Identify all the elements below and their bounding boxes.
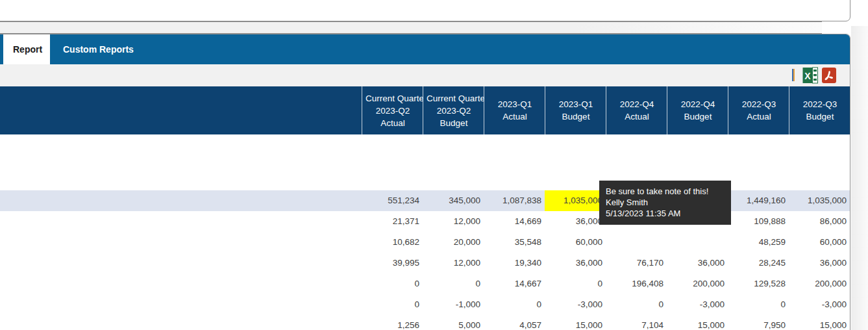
grid-header-cell: 2022-Q3Budget xyxy=(789,86,850,134)
table-cell[interactable]: 551,234 xyxy=(362,190,423,211)
grid-header-text: 2022-Q4 xyxy=(606,98,667,110)
report-tab-bar: Report Custom Reports xyxy=(0,34,850,64)
table-row: 1,2565,0004,05715,0007,10415,0007,95015,… xyxy=(0,315,850,330)
table-cell[interactable]: 28,245 xyxy=(728,253,789,273)
grid-header-text: Budget xyxy=(545,110,606,123)
excel-export-icon[interactable]: X xyxy=(802,67,818,84)
grid-header-text: 2022-Q3 xyxy=(789,98,850,110)
table-cell[interactable] xyxy=(606,232,667,253)
svg-text:X: X xyxy=(804,71,811,81)
tab-report[interactable]: Report xyxy=(3,34,50,64)
grid-header-text: Actual xyxy=(362,117,423,129)
table-cell[interactable]: 0 xyxy=(423,273,484,294)
table-cell[interactable]: 7,104 xyxy=(606,315,667,330)
table-cell[interactable]: 1,035,000 xyxy=(789,190,850,211)
grid-header-cell: Current Quarter2023-Q2Actual xyxy=(362,86,423,134)
grid-header-text: Budget xyxy=(423,117,484,129)
table-cell[interactable]: 0 xyxy=(545,273,606,294)
table-row: 0-1,0000-3,0000-3,0000-3,000 xyxy=(0,294,850,315)
grid-header-text: Actual xyxy=(606,110,667,123)
table-cell[interactable]: 19,340 xyxy=(484,253,545,273)
page-right-gutter xyxy=(851,26,868,330)
table-cell[interactable]: 14,669 xyxy=(484,211,545,232)
table-cell[interactable]: 0 xyxy=(362,273,423,294)
pdf-export-icon[interactable] xyxy=(821,67,837,84)
table-cell[interactable]: 200,000 xyxy=(667,273,728,294)
table-cell[interactable]: 36,000 xyxy=(545,253,606,273)
table-cell[interactable]: 15,000 xyxy=(545,315,606,330)
table-cell[interactable]: -3,000 xyxy=(667,294,728,315)
grid-header-text: Current Quarter xyxy=(423,92,484,105)
table-row: 0014,6670196,408200,000129,528200,000 xyxy=(0,273,850,294)
grid-header-text: Actual xyxy=(484,110,545,123)
table-cell[interactable]: 39,995 xyxy=(362,253,423,273)
grid-header-text: Budget xyxy=(789,110,850,123)
tab-custom-reports[interactable]: Custom Reports xyxy=(50,34,147,64)
grid-header: Current Quarter2023-Q2ActualCurrent Quar… xyxy=(0,86,850,134)
grid-body: 551,234345,0001,087,8381,035,0001,200,18… xyxy=(0,134,850,330)
table-cell[interactable]: 1,256 xyxy=(362,315,423,330)
table-cell[interactable]: 15,000 xyxy=(789,315,850,330)
table-cell[interactable]: 1,087,838 xyxy=(484,190,545,211)
grid-header-cell: 2023-Q1Budget xyxy=(545,86,606,134)
grid-header-text: 2023-Q2 xyxy=(362,105,423,117)
top-panel-bottom-edge xyxy=(0,0,850,21)
tooltip-message: Be sure to take note of this! xyxy=(606,186,725,197)
panel-divider-strip xyxy=(0,21,822,34)
table-cell[interactable]: 60,000 xyxy=(789,232,850,253)
grid-header-cell: 2023-Q1Actual xyxy=(484,86,545,134)
table-cell[interactable]: -1,000 xyxy=(423,294,484,315)
table-cell[interactable]: 12,000 xyxy=(423,211,484,232)
table-cell[interactable]: 12,000 xyxy=(423,253,484,273)
grid-header-text: 2023-Q1 xyxy=(545,98,606,110)
tooltip-timestamp: 5/13/2023 11:35 AM xyxy=(606,208,725,219)
highlighted-cell[interactable]: 1,035,000 xyxy=(545,190,606,211)
grid-header-text: Current Quarter xyxy=(362,92,423,105)
table-cell[interactable]: 0 xyxy=(728,294,789,315)
table-cell[interactable]: 0 xyxy=(362,294,423,315)
cell-comment-tooltip: Be sure to take note of this! Kelly Smit… xyxy=(599,181,731,225)
table-cell[interactable] xyxy=(667,232,728,253)
table-cell[interactable]: 7,950 xyxy=(728,315,789,330)
table-cell[interactable]: 1,449,160 xyxy=(728,190,789,211)
table-cell[interactable]: 14,667 xyxy=(484,273,545,294)
table-cell[interactable]: 10,682 xyxy=(362,232,423,253)
table-cell[interactable]: 35,548 xyxy=(484,232,545,253)
table-cell[interactable]: 15,000 xyxy=(667,315,728,330)
tooltip-author: Kelly Smith xyxy=(606,197,725,208)
table-cell[interactable]: 4,057 xyxy=(484,315,545,330)
grid-header-cell: 2022-Q4Budget xyxy=(667,86,728,134)
table-cell[interactable]: -3,000 xyxy=(545,294,606,315)
grid-header-text: 2022-Q4 xyxy=(667,98,728,110)
table-row: 39,99512,00019,34036,00076,17036,00028,2… xyxy=(0,253,850,273)
table-cell[interactable]: 36,000 xyxy=(545,211,606,232)
grid-header-text: Budget xyxy=(667,110,728,123)
table-cell[interactable]: -3,000 xyxy=(789,294,850,315)
grid-header-text: 2022-Q3 xyxy=(728,98,789,110)
grid-header-text: 2023-Q1 xyxy=(484,98,545,110)
table-cell[interactable]: 129,528 xyxy=(728,273,789,294)
table-cell[interactable]: 0 xyxy=(606,294,667,315)
grid-header-text: Actual xyxy=(728,110,789,123)
grid-header-cell: 2022-Q3Actual xyxy=(728,86,789,134)
table-cell[interactable]: 196,408 xyxy=(606,273,667,294)
table-cell[interactable]: 0 xyxy=(484,294,545,315)
table-cell[interactable]: 109,888 xyxy=(728,211,789,232)
table-cell[interactable]: 5,000 xyxy=(423,315,484,330)
report-toolbar: X xyxy=(0,64,850,86)
table-cell[interactable]: 48,259 xyxy=(728,232,789,253)
table-row: 10,68220,00035,54860,00048,25960,000 xyxy=(0,232,850,253)
table-cell[interactable]: 36,000 xyxy=(667,253,728,273)
grid-header-cell: Current Quarter2023-Q2Budget xyxy=(423,86,484,134)
grid-header-text: 2023-Q2 xyxy=(423,105,484,117)
table-cell[interactable]: 36,000 xyxy=(789,253,850,273)
grid-header-cell: 2022-Q4Actual xyxy=(606,86,667,134)
export-divider xyxy=(792,69,795,81)
table-cell[interactable]: 76,170 xyxy=(606,253,667,273)
table-cell[interactable]: 60,000 xyxy=(545,232,606,253)
table-cell[interactable]: 86,000 xyxy=(789,211,850,232)
table-cell[interactable]: 345,000 xyxy=(423,190,484,211)
table-cell[interactable]: 20,000 xyxy=(423,232,484,253)
table-cell[interactable]: 200,000 xyxy=(789,273,850,294)
table-cell[interactable]: 21,371 xyxy=(362,211,423,232)
